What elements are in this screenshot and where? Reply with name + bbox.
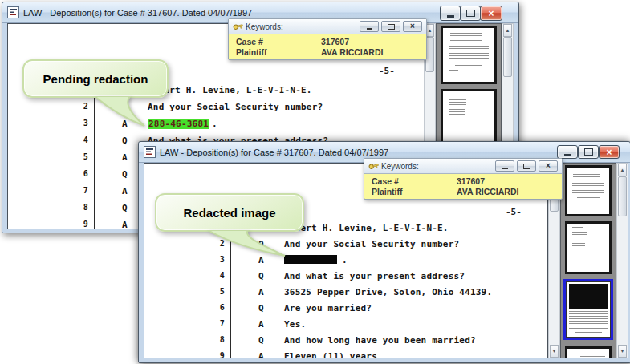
- key-icon: [368, 160, 380, 171]
- minimize-button[interactable]: [440, 6, 461, 21]
- scrollbar-thumb[interactable]: [618, 176, 627, 216]
- speaker: A: [258, 287, 284, 297]
- scroll-up-button[interactable]: ▲: [503, 24, 512, 37]
- thumbnail-text-lines: [572, 204, 579, 205]
- callout-text: Pending redaction: [43, 72, 148, 86]
- keywords-field-row: PlaintiffAVA RICCIARDI: [229, 47, 426, 58]
- maximize-icon: [388, 24, 395, 30]
- keywords-titlebar[interactable]: Keywords: ×: [229, 19, 426, 34]
- keywords-titlebar[interactable]: Keywords: ×: [364, 159, 562, 174]
- field-value: 317607: [321, 37, 349, 47]
- minimize-icon: [502, 168, 508, 169]
- keywords-maximize-button[interactable]: [381, 21, 400, 32]
- thumbnail-text-lines: [449, 95, 463, 97]
- close-icon: ×: [546, 162, 551, 170]
- scroll-down-icon: ▼: [552, 349, 557, 354]
- close-icon: ×: [488, 9, 494, 18]
- scroll-down-button[interactable]: ▼: [618, 345, 627, 358]
- transcript-line: 3A.: [144, 255, 547, 271]
- page-thumbnail-1[interactable]: [441, 26, 497, 84]
- keywords-field-row: PlaintiffAVA RICCIARDI: [364, 187, 562, 197]
- thumbnail-text-lines: [580, 354, 605, 358]
- close-button[interactable]: ×: [599, 145, 620, 159]
- page-number: -5-: [379, 66, 395, 76]
- line-text: And what is your present address?: [284, 271, 465, 281]
- field-label: Plaintiff: [364, 187, 457, 197]
- scroll-up-icon: ▲: [506, 28, 510, 33]
- thumbnail-text-lines: [572, 232, 587, 238]
- keywords-body: Case #317607 PlaintiffAVA RICCIARDI: [364, 174, 562, 197]
- transcript-line: 8QAnd how long have you been married?: [144, 335, 547, 351]
- screenshot-canvas: LAW - Deposition(s) for Case # 317607. D…: [0, 0, 630, 364]
- callout-redacted-image: Redacted image: [155, 193, 304, 232]
- page-thumbnail-2[interactable]: [565, 221, 612, 274]
- redaction-box[interactable]: [284, 255, 337, 264]
- field-label: Case #: [229, 37, 321, 47]
- field-label: Case #: [364, 176, 457, 187]
- window-title: LAW - Deposition(s) for Case # 317607. D…: [160, 148, 388, 157]
- maximize-button[interactable]: [460, 6, 481, 21]
- minimize-icon: [367, 28, 372, 30]
- page-number: -5-: [506, 207, 522, 217]
- keywords-close-button[interactable]: ×: [539, 160, 558, 172]
- app-icon: [144, 146, 156, 158]
- line-text: 36525 Pepper Drive, Solon, Ohio 44139.: [284, 287, 492, 297]
- page-thumbnail-3-selected[interactable]: [563, 279, 613, 340]
- maximize-icon: [466, 10, 475, 17]
- keywords-field-row: Case #317607: [364, 176, 562, 187]
- field-value: AVA RICCIARDI: [457, 187, 518, 197]
- scrollbar-thumb[interactable]: [503, 37, 512, 77]
- page-thumbnail-2[interactable]: [441, 89, 497, 145]
- page-thumbnail-1[interactable]: [565, 165, 612, 216]
- transcript-line: 5A36525 Pepper Drive, Solon, Ohio 44139.: [144, 287, 547, 303]
- close-icon: ×: [410, 22, 415, 30]
- speaker: Q: [258, 271, 284, 281]
- transcript-line: 6QAre you married?: [144, 303, 547, 319]
- keywords-close-button[interactable]: ×: [403, 21, 422, 32]
- thumbnail-text-lines: [455, 63, 482, 67]
- app-icon: [7, 6, 19, 18]
- keywords-minimize-button[interactable]: [495, 160, 514, 172]
- line-number: 6: [144, 303, 225, 312]
- maximize-icon: [523, 164, 530, 169]
- page-thumbnail-4[interactable]: [565, 346, 612, 358]
- scroll-down-button[interactable]: ▼: [550, 345, 559, 358]
- minimize-button[interactable]: [557, 145, 578, 159]
- line-text: .: [284, 255, 348, 265]
- thumbnail-text-lines: [449, 109, 465, 115]
- keywords-panel: Keywords: × Case #317607 PlaintiffAVA RI…: [364, 158, 563, 200]
- transcript-line: 7AYes.: [144, 319, 547, 335]
- thumbnail-text-lines: [569, 311, 608, 330]
- scroll-up-button[interactable]: ▲: [618, 164, 627, 176]
- callout-tail: [87, 96, 151, 128]
- window-title: LAW - Deposition(s) for Case # 317607. D…: [23, 8, 252, 18]
- minimize-icon: [564, 154, 571, 156]
- transcript-line: 2QAnd your Social Security number?: [8, 102, 425, 119]
- keywords-minimize-button[interactable]: [360, 21, 379, 32]
- close-button[interactable]: ×: [480, 6, 502, 21]
- scroll-down-icon: ▼: [620, 349, 625, 354]
- thumbnail-text-lines: [573, 172, 599, 179]
- keywords-maximize-button[interactable]: [517, 160, 536, 172]
- callout-text: Redacted image: [183, 206, 275, 220]
- thumbnail-text-lines: [575, 332, 602, 334]
- line-text: Are you married?: [284, 303, 372, 313]
- line-text: .: [342, 255, 348, 265]
- line-text: And your Social Security number?: [284, 239, 459, 249]
- keywords-title: Keywords:: [246, 22, 283, 31]
- thumbnail-scrollbar[interactable]: ▲ ▼: [616, 163, 628, 358]
- line-number: 5: [8, 152, 88, 161]
- field-value: 317607: [457, 176, 485, 187]
- thumbnail-text-lines: [449, 99, 467, 106]
- line-text: Eleven (11) years.: [284, 351, 383, 358]
- key-icon: [232, 21, 244, 31]
- thumbnail-text-lines: [449, 70, 458, 72]
- ssn-highlight[interactable]: 288-46-3681: [148, 119, 209, 129]
- line-number: 8: [144, 335, 225, 344]
- maximize-button[interactable]: [578, 145, 599, 159]
- keywords-title: Keywords:: [381, 162, 419, 171]
- close-icon: ×: [606, 148, 612, 157]
- transcript-line: 4QAnd what is your present address?: [144, 271, 547, 287]
- line-number: 9: [144, 351, 225, 358]
- callout-tail: [201, 230, 290, 257]
